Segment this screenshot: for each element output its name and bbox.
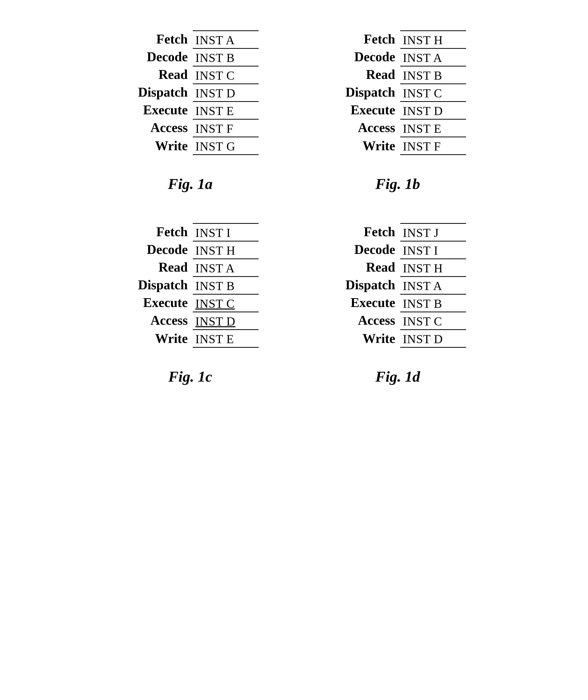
fig1c-group: FetchINST IDecodeINST HReadINST ADispatc… (122, 223, 258, 385)
stage-label: Access (122, 313, 193, 327)
stage-label: Decode (122, 242, 193, 257)
inst-cell: INST H (400, 30, 466, 48)
inst-text: INST A (193, 31, 235, 48)
pipeline-row: FetchINST J (330, 223, 466, 241)
inst-cell: INST I (400, 241, 466, 258)
pipeline-row: AccessINST D (122, 312, 258, 329)
stage-label: Fetch (330, 225, 400, 239)
pipeline-row: AccessINST C (330, 312, 466, 329)
stage-label: Read (122, 67, 193, 82)
pipeline-row: ReadINST H (330, 258, 466, 276)
pipeline-row: ReadINST C (122, 66, 258, 83)
fig1d-group: FetchINST JDecodeINST IReadINST HDispatc… (330, 223, 466, 385)
pipeline-row: ExecuteINST C (122, 294, 258, 312)
stage-label: Access (330, 120, 400, 135)
inst-text: INST H (400, 259, 443, 276)
inst-cell: INST I (193, 223, 258, 241)
inst-cell: INST B (400, 66, 466, 83)
stage-label: Dispatch (122, 85, 193, 99)
inst-bottom-line (193, 347, 258, 348)
fig1a-table: FetchINST ADecodeINST BReadINST CDispatc… (122, 30, 258, 155)
stage-label: Write (122, 139, 193, 153)
pipeline-row: DecodeINST B (122, 48, 258, 66)
inst-text: INST E (193, 102, 234, 119)
inst-cell: INST E (193, 101, 258, 119)
stage-label: Dispatch (330, 85, 400, 99)
inst-cell: INST B (193, 276, 258, 294)
inst-text: INST D (193, 312, 235, 329)
fig1a-group: FetchINST ADecodeINST BReadINST CDispatc… (122, 30, 258, 193)
pipeline-row: AccessINST E (330, 119, 466, 137)
stage-label: Decode (122, 50, 193, 64)
inst-text: INST E (400, 120, 442, 137)
inst-cell: INST F (400, 137, 466, 155)
pipeline-row: DispatchINST D (122, 83, 258, 101)
stage-label: Access (122, 120, 193, 135)
fig1b-group: FetchINST HDecodeINST AReadINST BDispatc… (330, 30, 466, 193)
pipeline-row: DecodeINST A (330, 48, 466, 66)
inst-cell: INST G (193, 137, 258, 155)
page-container: FetchINST ADecodeINST BReadINST CDispatc… (0, 0, 588, 700)
stage-label: Decode (330, 242, 400, 257)
inst-text: INST G (193, 137, 235, 154)
pipeline-row: FetchINST H (330, 30, 466, 48)
pipeline-row: DecodeINST I (330, 241, 466, 258)
stage-label: Dispatch (330, 278, 400, 292)
stage-label: Decode (330, 50, 400, 64)
inst-text: INST D (193, 84, 235, 101)
inst-text: INST I (193, 224, 231, 241)
pipeline-row: ExecuteINST E (122, 101, 258, 119)
stage-label: Execute (330, 103, 400, 117)
fig1b-label: Fig. 1b (376, 175, 420, 193)
inst-cell: INST A (193, 30, 258, 48)
inst-text: INST B (400, 295, 442, 312)
inst-cell: INST A (400, 276, 466, 294)
inst-text: INST H (193, 242, 235, 258)
inst-text: INST F (193, 120, 233, 137)
inst-text: INST I (400, 242, 438, 258)
pipeline-row: DispatchINST C (330, 83, 466, 101)
inst-cell: INST H (400, 258, 466, 276)
stage-label: Read (330, 67, 400, 82)
inst-text: INST H (400, 31, 443, 48)
inst-text: INST A (400, 277, 442, 294)
inst-cell: INST C (193, 294, 258, 312)
inst-bottom-line (400, 154, 466, 155)
inst-text: INST C (193, 67, 235, 83)
inst-cell: INST B (193, 48, 258, 66)
stage-label: Execute (122, 103, 193, 117)
inst-text: INST C (400, 312, 442, 329)
inst-text: INST B (400, 67, 442, 83)
stage-label: Read (330, 260, 400, 274)
inst-text: INST A (400, 49, 442, 66)
inst-bottom-line (193, 154, 258, 155)
inst-cell: INST E (193, 329, 258, 348)
pipeline-row: ReadINST B (330, 66, 466, 83)
inst-cell: INST J (400, 223, 466, 241)
pipeline-row: WriteINST E (122, 329, 258, 348)
inst-cell: INST C (400, 83, 466, 101)
fig1d-label: Fig. 1d (376, 368, 420, 385)
inst-text: INST B (193, 277, 235, 294)
stage-label: Dispatch (122, 278, 193, 292)
pipeline-row: WriteINST G (122, 137, 258, 155)
fig1a-label: Fig. 1a (168, 175, 213, 193)
stage-label: Write (330, 331, 400, 346)
pipeline-row: WriteINST F (330, 137, 466, 155)
inst-text: INST E (193, 330, 234, 347)
inst-bottom-line (400, 347, 466, 348)
pipeline-row: FetchINST A (122, 30, 258, 48)
pipeline-row: ExecuteINST D (330, 101, 466, 119)
inst-text: INST F (400, 137, 441, 154)
stage-label: Fetch (122, 32, 193, 46)
inst-cell: INST B (400, 294, 466, 312)
pipeline-row: FetchINST I (122, 223, 258, 241)
inst-text: INST D (400, 102, 443, 119)
pipeline-row: ReadINST A (122, 258, 258, 276)
pipeline-row: DispatchINST B (122, 276, 258, 294)
stage-label: Write (122, 331, 193, 346)
inst-text: INST A (193, 259, 235, 276)
stage-label: Execute (122, 295, 193, 310)
inst-cell: INST H (193, 241, 258, 258)
bottom-row: FetchINST IDecodeINST HReadINST ADispatc… (122, 223, 466, 385)
